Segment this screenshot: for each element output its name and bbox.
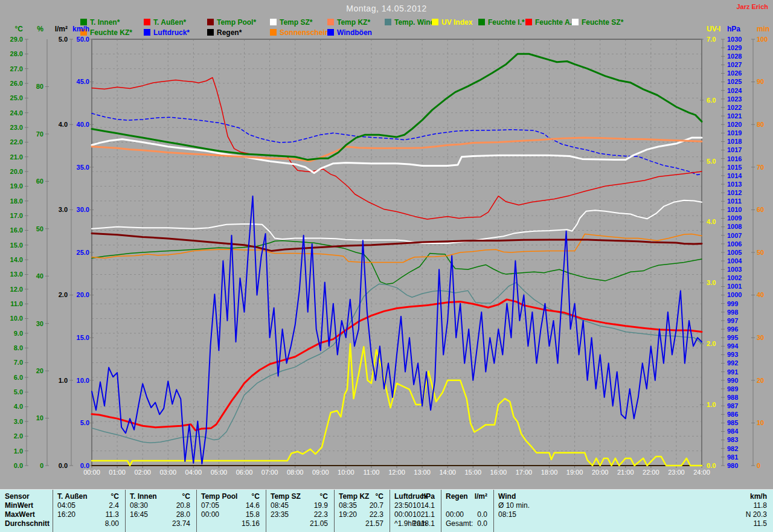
axis-tick-label: 980 (727, 462, 738, 469)
axis-tick-label: 40 (757, 291, 764, 298)
axis-tick-label: 1008 (727, 223, 742, 230)
axis-tick-label: 20 (757, 377, 764, 384)
axis-tick-label: 990 (727, 377, 738, 384)
axis-tick-label: 14.0 (10, 256, 23, 263)
axis-tick-label: 35.0 (77, 164, 89, 171)
axis-tick-label: 4.0 (707, 218, 716, 225)
table-separator (390, 490, 390, 532)
axis-tick-label: 9.0 (14, 330, 23, 337)
axis-tick-label: 1010 (727, 206, 742, 213)
x-tick-label: 10:00 (338, 469, 354, 476)
axis-tick-label: 30 (757, 334, 764, 341)
axis-tick-label: 30.0 (77, 206, 89, 213)
axis-tick-label: 4.0 (59, 121, 68, 128)
axis-tick-label: 998 (727, 309, 738, 316)
axis-tick-label: 2.0 (59, 291, 68, 298)
axis-tick-label: 1024 (727, 87, 742, 94)
axis-tick-label: 0 (40, 462, 43, 469)
axis-tick-label: 982 (727, 445, 738, 452)
axis-tick-label: 60 (36, 178, 43, 185)
axis-tick-label: 30 (36, 320, 43, 327)
axis-tick-label: 1025 (727, 78, 742, 85)
table-cell-value: 22.3 (271, 510, 328, 519)
axis-tick-label: 4.0 (14, 403, 23, 410)
axis-tick-label: 0 (757, 462, 760, 469)
axis-tick-label: 1021 (727, 112, 742, 120)
axis-title-c: °C (15, 25, 24, 33)
axis-tick-label: 11.0 (10, 300, 23, 307)
axis-tick-label: 2.0 (14, 432, 23, 440)
axis-tick-label: 29.0 (10, 36, 23, 43)
axis-tick-label: 20.0 (10, 168, 23, 175)
x-axis: 00:0001:0002:0003:0004:0005:0006:0007:00… (83, 466, 710, 476)
axis-tick-label: 2.0 (707, 340, 716, 347)
axis-tick-label: 1029 (727, 44, 742, 51)
axis-tick-label: 5.0 (59, 36, 68, 43)
x-tick-label: 13:00 (414, 469, 431, 476)
axis-tick-label: 10.0 (77, 377, 89, 384)
axis-tick-label: 25.0 (10, 94, 23, 101)
axis-tick-label: 40 (36, 272, 43, 280)
axis-tick-label: 997 (727, 317, 738, 324)
axis-tick-label: 45.0 (77, 78, 89, 85)
axis-tick-label: 6.0 (707, 97, 716, 104)
table-cell-value: 20.7 (339, 501, 383, 510)
axis-tick-label: 20.0 (77, 291, 89, 298)
axis-tick-label: 40.0 (77, 121, 89, 128)
axis-tick-label: 70 (757, 164, 764, 171)
table-col-unit: °C (271, 492, 328, 501)
axis-tick-label: 80 (36, 83, 43, 90)
table-col-unit: °C (57, 492, 119, 501)
axis-tick-label: 994 (727, 342, 739, 350)
axis-tick-label: 1030 (727, 36, 742, 43)
axis-tick-label: 3.0 (14, 418, 23, 425)
table-col-unit: °C (201, 492, 260, 501)
table-cell-value: 2.4 (57, 501, 119, 510)
table-separator (441, 490, 441, 532)
x-tick-label: 15:00 (464, 469, 481, 476)
axis-tick-label: 1.0 (707, 401, 716, 408)
axis-title-hpa: hPa (727, 25, 740, 33)
axis-tick-label: 1003 (727, 266, 742, 273)
axis-tick-label: 15.0 (77, 334, 89, 341)
x-tick-label: 23:00 (668, 469, 685, 476)
x-tick-label: 00:00 (83, 469, 100, 476)
axis-tick-label: 80 (757, 121, 764, 128)
table-cell-value: 0.0 (446, 510, 487, 519)
axis-tick-label: 18.0 (10, 197, 23, 205)
weather-station-window: Montag, 14.05.2012 Jarz Erich T. Innen*T… (0, 0, 773, 532)
table-cell-value: 0.0 (446, 519, 487, 528)
axis-tick-label: 15.0 (10, 242, 23, 249)
x-tick-label: 05:00 (211, 469, 228, 476)
axis-tick-label: 1016 (727, 155, 742, 162)
table-cell-value: 14.6 (201, 501, 260, 510)
axis-tick-label: 19.0 (10, 182, 23, 190)
axis-tick-label: 1015 (727, 164, 742, 171)
x-tick-label: 24:00 (693, 469, 710, 476)
axis-tick-label: 5.0 (80, 419, 89, 426)
table-col-unit: l/m² (446, 492, 487, 501)
axis-tick-label: 992 (727, 359, 738, 367)
axis-tick-label: 1002 (727, 274, 742, 281)
axis-tick-label: 1007 (727, 232, 742, 239)
axis-tick-label: 26.0 (10, 80, 23, 87)
axis-tick-label: 1.0 (59, 377, 68, 384)
x-tick-label: 20:00 (592, 469, 609, 476)
x-tick-label: 21:00 (617, 469, 634, 476)
axis-tick-label: 0.0 (59, 462, 68, 469)
table-cell-value: 23.74 (130, 519, 190, 528)
axis-tick-label: 993 (727, 351, 738, 358)
axis-tick-label: 999 (727, 300, 738, 307)
table-cell-value: 20.8 (130, 501, 190, 510)
axis-tick-label: 3.0 (707, 279, 716, 286)
axis-tick-label: 1027 (727, 61, 742, 68)
weather-chart: °C0.01.02.03.04.05.06.07.08.09.010.011.0… (0, 0, 773, 487)
x-tick-label: 14:00 (439, 469, 456, 476)
axis-title-pct: % (37, 25, 43, 33)
axis-tick-label: 1004 (727, 257, 742, 264)
x-tick-label: 07:00 (261, 469, 278, 476)
x-tick-label: 16:00 (490, 469, 507, 476)
axis-tick-label: 1022 (727, 104, 742, 111)
table-cell-value: 1021.1 (394, 510, 435, 519)
axis-tick-label: 100 (757, 36, 768, 43)
